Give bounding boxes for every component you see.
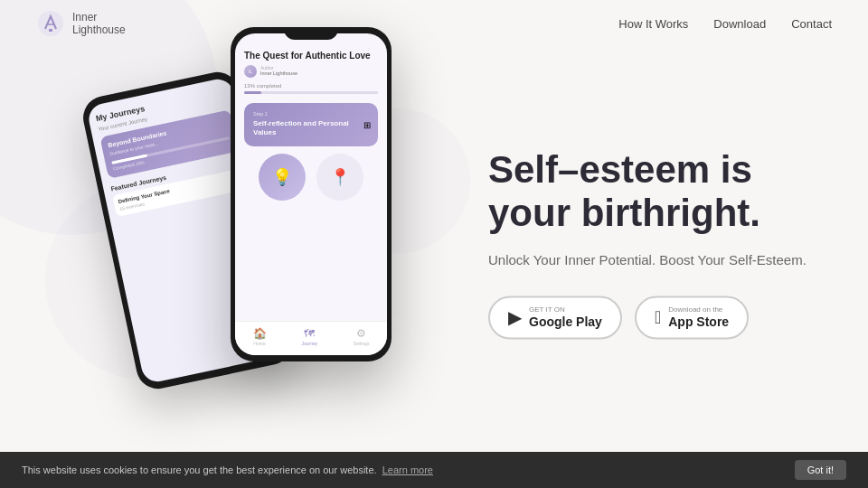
- phone-front-screen: The Quest for Authentic Love IL Author I…: [235, 33, 387, 355]
- front-author-row: IL Author Inner Lighthouse: [244, 65, 378, 78]
- home-icon: 🏠: [253, 327, 267, 340]
- logo[interactable]: Inner Lighthouse: [36, 9, 126, 38]
- front-progress-bar: [244, 91, 378, 94]
- phone-bottom-nav: 🏠 Home 🗺 Journey ⚙ Settings: [235, 321, 387, 355]
- app-store-button[interactable]:  Download on the App Store: [635, 296, 749, 340]
- step-label: Step 1: [253, 111, 369, 117]
- hero-headline: Self–esteem is your birthright.: [488, 148, 814, 236]
- step-title: Self-reflection and Personal Values: [253, 119, 369, 138]
- svg-rect-1: [49, 29, 52, 32]
- circle-illustrations: 💡 📍: [244, 154, 378, 201]
- app-store-text: Download on the App Store: [668, 307, 729, 329]
- bottom-nav-home: 🏠 Home: [253, 327, 267, 346]
- google-play-button[interactable]: ▶ GET IT ON Google Play: [488, 296, 622, 340]
- front-book-title: The Quest for Authentic Love: [244, 50, 378, 61]
- bottom-nav-settings: ⚙ Settings: [353, 327, 369, 346]
- cta-buttons: ▶ GET IT ON Google Play  Download on th…: [488, 296, 814, 340]
- journey-icon: 🗺: [304, 327, 315, 340]
- author-avatar: IL: [244, 65, 257, 78]
- settings-icon: ⚙: [356, 327, 366, 340]
- phones-area: My Journeys Your current Journey Beyond …: [90, 27, 470, 443]
- navbar: Inner Lighthouse How It Works Download C…: [0, 0, 868, 47]
- nav-download[interactable]: Download: [713, 17, 766, 31]
- logo-text: Inner Lighthouse: [72, 11, 126, 37]
- bottom-nav-journey: 🗺 Journey: [302, 327, 318, 346]
- cookie-learn-more[interactable]: Learn more: [382, 465, 433, 475]
- author-details: Author Inner Lighthouse: [260, 65, 297, 77]
- nav-links: How It Works Download Contact: [618, 15, 832, 32]
- cookie-text: This website uses cookies to ensure you …: [22, 465, 788, 475]
- nav-contact[interactable]: Contact: [791, 17, 832, 31]
- author-name: Inner Lighthouse: [260, 70, 297, 77]
- illus-bulb: 💡: [259, 154, 306, 201]
- home-label: Home: [253, 341, 265, 346]
- illus-pin: 📍: [316, 154, 363, 201]
- logo-icon: [36, 9, 65, 38]
- step-icon: ⊞: [363, 119, 371, 129]
- front-progress-fill: [244, 91, 261, 94]
- settings-label: Settings: [353, 341, 369, 346]
- front-screen-content: The Quest for Authentic Love IL Author I…: [235, 33, 387, 208]
- cookie-banner: This website uses cookies to ensure you …: [0, 452, 868, 488]
- nav-how-it-works[interactable]: How It Works: [618, 17, 688, 31]
- hero-subheadline: Unlock Your Inner Potential. Boost Your …: [488, 250, 814, 271]
- step-card: Step 1 Self-reflection and Personal Valu…: [244, 103, 378, 146]
- hero-text: Self–esteem is your birthright. Unlock Y…: [488, 148, 814, 339]
- apple-icon: : [655, 307, 661, 328]
- journey-label: Journey: [302, 341, 318, 346]
- phone-front: The Quest for Authentic Love IL Author I…: [231, 27, 392, 361]
- front-progress-text: 13% completed: [244, 83, 378, 89]
- google-play-text: GET IT ON Google Play: [529, 307, 602, 329]
- google-play-icon: ▶: [508, 307, 522, 329]
- cookie-accept-button[interactable]: Got it!: [795, 460, 846, 480]
